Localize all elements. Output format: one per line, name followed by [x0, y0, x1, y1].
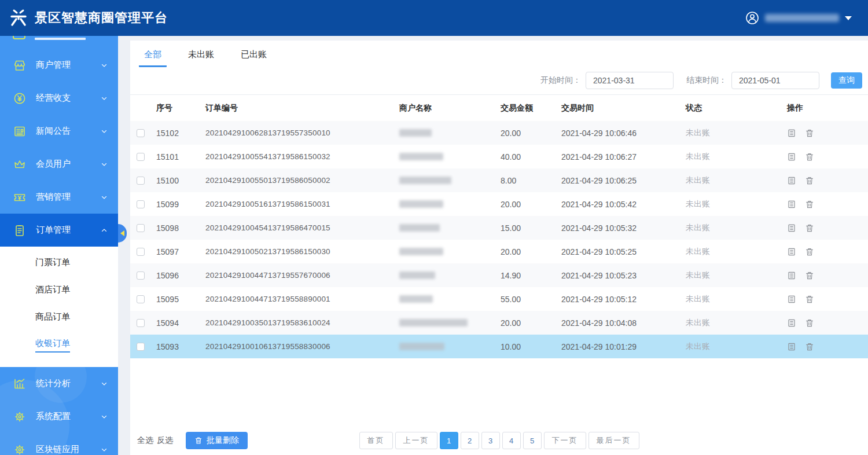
submenu-item-收银订单[interactable]: 收银订单	[0, 332, 118, 359]
table-row-order-15096[interactable]: 15096202104291004471371955767000614.9020…	[130, 263, 868, 287]
cell-order-number: 2021042910045413719586470015	[205, 223, 399, 232]
cell-amount: 20.00	[501, 129, 561, 138]
table-row-order-15099[interactable]: 15099202104291005161371958615003120.0020…	[130, 192, 868, 216]
row-checkbox[interactable]	[137, 248, 145, 256]
news-icon	[13, 124, 27, 138]
delete-row-button[interactable]	[805, 318, 814, 328]
user-menu[interactable]	[745, 11, 852, 25]
sidebar-item-经营收支[interactable]: 经营收支	[0, 82, 118, 115]
sidebar-item-区块链应用[interactable]: 区块链应用	[0, 433, 118, 455]
submenu-item-门票订单[interactable]: 门票订单	[0, 250, 118, 277]
sidebar-collapse-handle[interactable]	[118, 224, 127, 243]
table-row-order-15100[interactable]: 1510020210429100550137195860500028.00202…	[130, 168, 868, 192]
pagination-last[interactable]: 最后一页	[589, 432, 639, 449]
row-checkbox[interactable]	[137, 224, 145, 232]
cell-merchant-name	[399, 319, 501, 326]
row-checkbox[interactable]	[137, 319, 145, 327]
trash-icon	[805, 129, 814, 138]
cell-time: 2021-04-29 10:06:27	[561, 152, 686, 162]
pagination-page-2[interactable]: 2	[461, 432, 479, 449]
order-detail-button[interactable]	[787, 152, 796, 162]
app-logo-icon	[8, 8, 29, 28]
start-date-input[interactable]	[586, 72, 674, 89]
sidebar-item-partially-hidden[interactable]	[0, 36, 118, 41]
table-row-order-15095[interactable]: 15095202104291004471371955889000155.0020…	[130, 287, 868, 311]
tab-已出账[interactable]: 已出账	[236, 48, 272, 67]
document-detail-icon	[787, 342, 796, 351]
cell-status: 未出账	[686, 223, 787, 233]
delete-row-button[interactable]	[805, 342, 814, 351]
delete-row-button[interactable]	[805, 247, 814, 256]
order-detail-button[interactable]	[787, 223, 796, 233]
order-detail-button[interactable]	[787, 176, 796, 185]
submenu-item-酒店订单[interactable]: 酒店订单	[0, 277, 118, 304]
sidebar-item-商户管理[interactable]: 商户管理	[0, 49, 118, 82]
pagination-page-3[interactable]: 3	[481, 432, 500, 449]
cell-time: 2021-04-29 10:06:46	[561, 129, 686, 138]
end-date-input[interactable]	[731, 72, 819, 89]
pagination-page-4[interactable]: 4	[502, 432, 521, 449]
delete-row-button[interactable]	[805, 152, 814, 162]
cell-status: 未出账	[686, 128, 787, 138]
order-detail-button[interactable]	[787, 295, 796, 304]
order-detail-button[interactable]	[787, 318, 796, 328]
sidebar-item-label: 营销管理	[36, 192, 101, 203]
query-button[interactable]: 查询	[831, 72, 862, 89]
order-detail-button[interactable]	[787, 271, 796, 280]
delete-row-button[interactable]	[805, 295, 814, 304]
pagination-page-1[interactable]: 1	[440, 432, 458, 449]
sidebar-item-label: 经营收支	[36, 93, 101, 104]
sidebar-item-新闻公告[interactable]: 新闻公告	[0, 115, 118, 148]
table-row-order-15093[interactable]: 15093202104291001061371955883000610.0020…	[130, 335, 868, 358]
tab-全部[interactable]: 全部	[139, 48, 167, 67]
order-detail-button[interactable]	[787, 200, 796, 209]
content-panel: 全部未出账已出账 开始时间： 结束时间： 查询 序号订单编号商户名称交易金额交易…	[130, 41, 868, 455]
sidebar-menu: 商户管理经营收支新闻公告会员用户营销管理订单管理门票订单酒店订单商品订单收银订单…	[0, 36, 118, 455]
table-row-order-15102[interactable]: 15102202104291006281371955735001020.0020…	[130, 121, 868, 145]
order-detail-button[interactable]	[787, 342, 796, 351]
order-detail-button[interactable]	[787, 247, 796, 256]
sidebar-item-营销管理[interactable]: 营销管理	[0, 181, 118, 214]
date-filter-bar: 开始时间： 结束时间： 查询	[130, 71, 868, 90]
submenu-item-商品订单[interactable]: 商品订单	[0, 304, 118, 332]
row-checkbox[interactable]	[137, 271, 145, 280]
delete-row-button[interactable]	[805, 223, 814, 233]
order-detail-button[interactable]	[787, 129, 796, 138]
pagination-page-5[interactable]: 5	[523, 432, 542, 449]
row-checkbox[interactable]	[137, 200, 145, 208]
sidebar-item-会员用户[interactable]: 会员用户	[0, 148, 118, 181]
cell-amount: 20.00	[501, 247, 561, 256]
pagination-next[interactable]: 下一页	[544, 432, 586, 449]
sidebar-item-系统配置[interactable]: 系统配置	[0, 400, 118, 433]
delete-row-button[interactable]	[805, 176, 814, 185]
row-checkbox[interactable]	[137, 177, 145, 185]
yen-circle-icon	[13, 91, 27, 105]
table-row-order-15098[interactable]: 15098202104291004541371958647001515.0020…	[130, 216, 868, 240]
ticket-icon	[13, 190, 27, 204]
sidebar-item-订单管理[interactable]: 订单管理	[0, 214, 118, 247]
pagination-prev[interactable]: 上一页	[395, 432, 437, 449]
crown-icon	[13, 157, 27, 171]
order-submenu: 门票订单酒店订单商品订单收银订单	[0, 247, 118, 367]
tab-未出账[interactable]: 未出账	[183, 48, 219, 67]
merchant-name-redacted	[399, 271, 435, 279]
row-checkbox[interactable]	[137, 295, 145, 303]
document-detail-icon	[787, 152, 796, 162]
delete-row-button[interactable]	[805, 129, 814, 138]
merchant-name-redacted	[399, 295, 433, 303]
pagination-first[interactable]: 首页	[359, 432, 393, 449]
table-row-order-15094[interactable]: 15094202104291003501371958361002420.0020…	[130, 311, 868, 335]
delete-row-button[interactable]	[805, 200, 814, 209]
row-checkbox[interactable]	[137, 343, 145, 351]
row-checkbox[interactable]	[137, 153, 145, 161]
row-checkbox[interactable]	[137, 129, 145, 137]
merchant-name-redacted	[399, 343, 444, 350]
sidebar-item-统计分析[interactable]: 统计分析	[0, 367, 118, 400]
cell-actions	[787, 247, 868, 256]
delete-row-button[interactable]	[805, 271, 814, 280]
table-row-order-15101[interactable]: 15101202104291005541371958615003240.0020…	[130, 145, 868, 168]
table-row-order-15097[interactable]: 15097202104291005021371958615003020.0020…	[130, 240, 868, 263]
cell-merchant-name	[399, 295, 501, 303]
merchant-name-redacted	[399, 129, 432, 137]
cell-merchant-name	[399, 343, 501, 350]
